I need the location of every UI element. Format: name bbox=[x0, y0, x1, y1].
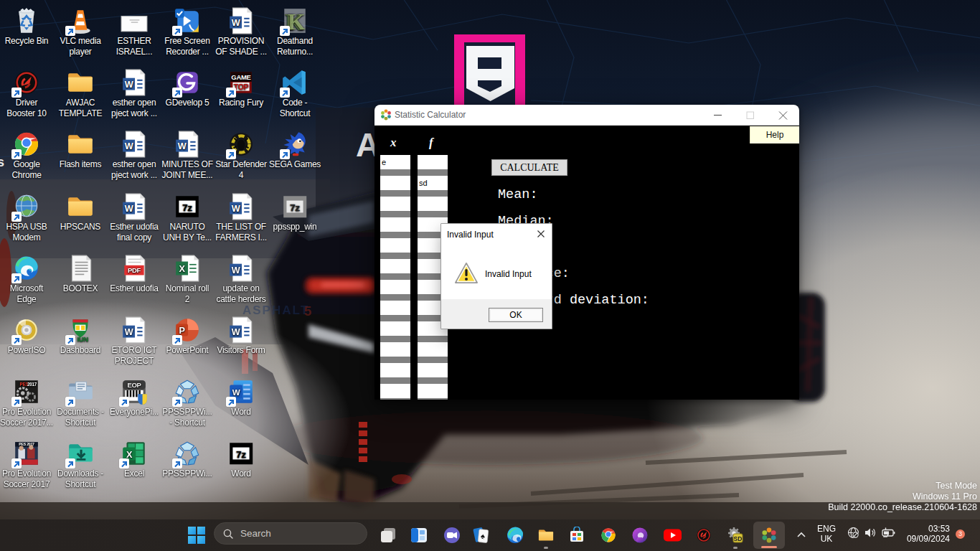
svg-text:SD: SD bbox=[734, 535, 743, 542]
